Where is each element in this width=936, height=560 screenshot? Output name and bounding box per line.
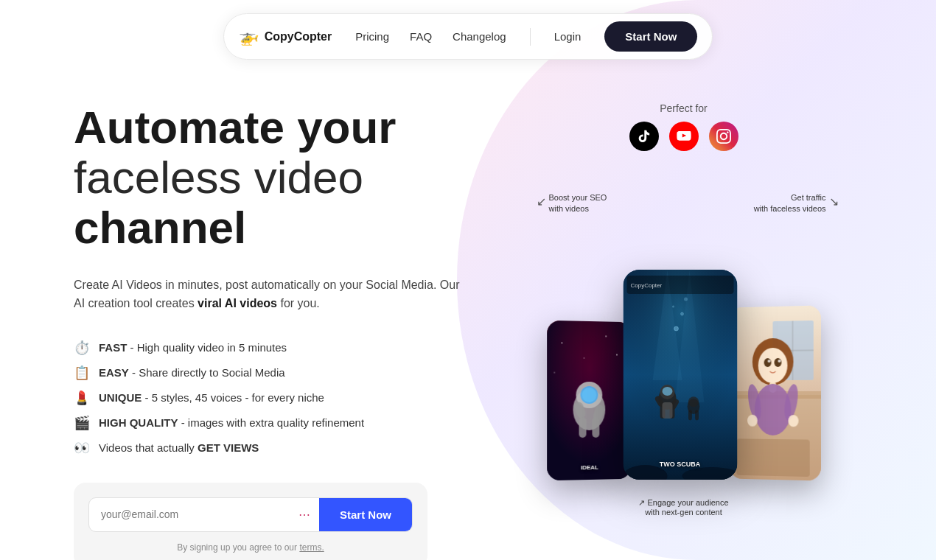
views-label: GET VIEWS <box>198 441 259 454</box>
navbar-inner: 🚁 CopyCopter Pricing FAQ Changelog Login… <box>223 13 713 60</box>
nav-link-faq[interactable]: FAQ <box>410 30 432 43</box>
desc-highlight: viral AI videos <box>198 297 277 309</box>
signup-box: Start Now By signing up you agree to our… <box>74 483 427 560</box>
headline-line1: Automate your <box>74 102 396 153</box>
feature-easy: 📋 EASY - Share directly to Social Media <box>74 365 461 381</box>
svg-text:CopyCopter: CopyCopter <box>630 282 662 289</box>
headline-bold: channel <box>74 202 246 253</box>
start-now-button-cta[interactable]: Start Now <box>319 498 412 531</box>
svg-rect-30 <box>688 410 692 420</box>
youtube-icon <box>669 122 699 151</box>
dots-icon <box>290 508 319 522</box>
svg-rect-8 <box>579 417 586 438</box>
annotation-seo: ↙ Boost your SEO with videos <box>537 192 607 215</box>
left-section: Automate your faceless video channel Cre… <box>74 102 461 560</box>
perfect-for: Perfect for <box>629 102 738 151</box>
features-list: ⏱️ FAST - High quality video in 5 minute… <box>74 340 461 456</box>
start-now-button-nav[interactable]: Start Now <box>604 21 697 52</box>
views-icon: 👀 <box>74 440 91 456</box>
nav-link-pricing[interactable]: Pricing <box>355 30 389 43</box>
right-section: Perfect for <box>490 102 877 560</box>
terms-link[interactable]: terms. <box>299 542 324 553</box>
phone-left: IDEAL <box>547 321 631 481</box>
logo[interactable]: 🚁 CopyCopter <box>239 27 332 46</box>
fast-label: FAST <box>99 341 127 354</box>
phone-center: CopyCopter TWO SCUBA <box>623 270 737 480</box>
quality-icon: 🎬 <box>74 415 91 431</box>
easy-label: EASY <box>99 366 129 379</box>
feature-quality: 🎬 HIGH QUALITY - images with extra quali… <box>74 415 461 431</box>
phone-left-label: IDEAL <box>581 464 598 471</box>
feature-unique: 💄 UNIQUE - 5 styles, 45 voices - for eve… <box>74 390 461 406</box>
terms-text: By signing up you agree to our terms. <box>88 542 413 553</box>
social-icons <box>629 122 738 151</box>
quality-label: HIGH QUALITY <box>99 416 178 429</box>
svg-point-29 <box>688 396 699 407</box>
phone-right <box>729 305 820 480</box>
main-content: Automate your faceless video channel Cre… <box>0 73 936 560</box>
unique-icon: 💄 <box>74 390 91 406</box>
phones-container: IDEAL <box>547 270 820 480</box>
logo-icon: 🚁 <box>239 27 259 46</box>
login-button[interactable]: Login <box>554 30 581 43</box>
perfect-for-label: Perfect for <box>629 102 738 114</box>
svg-point-18 <box>672 306 674 308</box>
signup-row: Start Now <box>88 497 413 532</box>
nav-links: Pricing FAQ Changelog <box>355 30 506 43</box>
logo-text: CopyCopter <box>265 30 332 43</box>
easy-icon: 📋 <box>74 365 91 381</box>
fast-icon: ⏱️ <box>74 340 91 356</box>
svg-point-19 <box>684 298 688 301</box>
svg-point-22 <box>662 387 672 396</box>
svg-rect-54 <box>736 438 809 477</box>
svg-point-16 <box>674 326 678 331</box>
feature-fast: ⏱️ FAST - High quality video in 5 minute… <box>74 340 461 356</box>
svg-point-17 <box>680 312 683 315</box>
feature-views: 👀 Videos that actually GET VIEWS <box>74 440 461 456</box>
email-input[interactable] <box>89 498 290 531</box>
hero-description: Create AI Videos in minutes, post automa… <box>74 276 461 313</box>
annotation-traffic: Get traffic with faceless videos ↘ <box>754 192 839 215</box>
headline: Automate your faceless video channel <box>74 102 461 253</box>
tiktok-icon <box>629 122 659 151</box>
phone-center-label: TWO SCUBA <box>660 461 701 468</box>
svg-rect-27 <box>662 402 672 419</box>
phone-area: ↙ Boost your SEO with videos Get traffic… <box>529 170 839 524</box>
nav-link-changelog[interactable]: Changelog <box>453 30 506 43</box>
unique-label: UNIQUE <box>99 391 142 404</box>
svg-rect-31 <box>695 410 699 420</box>
headline-light: faceless video <box>74 152 363 203</box>
navbar: 🚁 CopyCopter Pricing FAQ Changelog Login… <box>0 0 936 73</box>
nav-divider <box>530 28 531 46</box>
annotation-engage: ↗ Engage your audience with next-gen con… <box>638 498 728 517</box>
instagram-icon <box>709 122 738 151</box>
